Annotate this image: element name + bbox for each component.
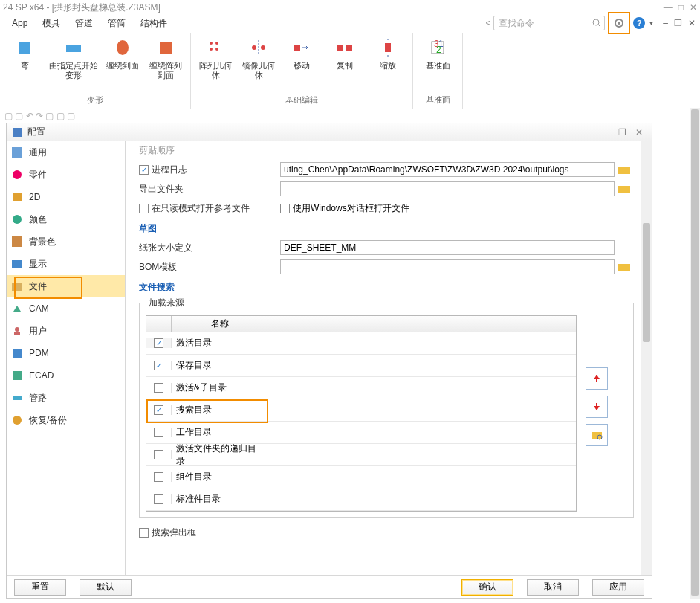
ribbon-scale[interactable]: 缩放 — [366, 34, 409, 82]
ribbon-copy[interactable]: 复制 — [323, 34, 366, 82]
row-checkbox[interactable] — [154, 383, 163, 393]
svg-line-1 — [598, 25, 600, 27]
mdi-minimize[interactable]: – — [661, 18, 670, 28]
row-progress-log: 进程日志 — [139, 160, 634, 179]
sidebar-item-general[interactable]: 通用 — [7, 141, 125, 164]
move-up-button[interactable] — [586, 367, 608, 390]
row-checkbox[interactable] — [154, 428, 163, 437]
ecad-icon — [11, 370, 23, 381]
load-source-group: 加载来源 名称 激活目录保存目录激活&子目录搜索目录工作目录激活文件夹的递归目录… — [139, 297, 634, 518]
sidebar-item-2d[interactable]: 2D — [7, 186, 125, 208]
table-row[interactable]: 工作目录 — [146, 422, 576, 444]
default-button[interactable]: 默认 — [80, 579, 132, 596]
sidebar-item-pdm[interactable]: PDM — [7, 342, 125, 364]
content-scrollbar[interactable] — [641, 141, 652, 575]
cancel-button[interactable]: 取消 — [527, 579, 579, 596]
sidebar-item-user[interactable]: 用户 — [7, 320, 125, 342]
menu-pipe[interactable]: 管道 — [68, 17, 100, 30]
mdi-controls: – ❐ ✕ — [661, 18, 697, 28]
readonly-checkbox[interactable] — [139, 204, 149, 213]
table-row[interactable]: 激活目录 — [146, 332, 576, 355]
ribbon-wrap-array[interactable]: 缠绕阵列到面 — [144, 34, 187, 82]
ribbon-move[interactable]: 移动 — [280, 34, 323, 82]
row-checkbox[interactable] — [154, 405, 163, 415]
table-row[interactable]: 激活文件夹的递归目录 — [146, 444, 576, 466]
menu-mold[interactable]: 模具 — [35, 17, 68, 30]
ribbon-bend[interactable]: 弯 — [3, 34, 46, 82]
row-label: 保存目录 — [172, 359, 268, 372]
row-checkbox[interactable] — [154, 494, 163, 504]
dropdown-icon[interactable]: ▼ — [648, 20, 654, 27]
bom-template-input[interactable] — [280, 259, 615, 274]
svg-rect-23 — [13, 128, 22, 137]
svg-rect-16 — [337, 45, 343, 51]
mdi-close[interactable]: ✕ — [687, 18, 697, 28]
row-checkbox[interactable] — [154, 361, 163, 370]
sidebar-item-ecad[interactable]: ECAD — [7, 364, 125, 387]
general-icon — [11, 146, 23, 158]
reset-button[interactable]: 重置 — [14, 579, 66, 596]
ribbon-deform-point[interactable]: 由指定点开始变形 — [46, 34, 101, 82]
pdm-icon — [11, 347, 23, 359]
row-label: 激活&子目录 — [172, 381, 268, 394]
svg-rect-24 — [12, 147, 22, 158]
row-checkbox[interactable] — [154, 338, 163, 348]
config-sidebar: 通用 零件 2D 颜色 背景色 显示 文件 CAM 用户 PDM ECAD 管路… — [7, 141, 126, 575]
export-path-input[interactable] — [280, 181, 615, 196]
folder-icon[interactable] — [618, 262, 630, 271]
sidebar-item-display[interactable]: 显示 — [7, 253, 125, 275]
log-checkbox[interactable] — [139, 165, 149, 175]
sidebar-item-bgcolor[interactable]: 背景色 — [7, 230, 125, 253]
help-button[interactable]: ? — [633, 17, 645, 29]
dialog-close-icon[interactable]: ✕ — [631, 127, 647, 138]
sidebar-item-piping[interactable]: 管路 — [7, 387, 125, 409]
sidebar-item-file[interactable]: 文件 — [7, 275, 125, 297]
piping-icon — [11, 392, 23, 404]
table-row[interactable]: 搜索目录 — [146, 399, 576, 422]
ribbon-datum-plane[interactable]: 312基准面 — [416, 34, 459, 72]
ok-button[interactable]: 确认 — [461, 579, 513, 596]
color-icon — [11, 213, 23, 225]
bgcolor-icon — [11, 236, 23, 248]
mdi-restore[interactable]: ❐ — [673, 18, 684, 28]
sidebar-item-color[interactable]: 颜色 — [7, 208, 125, 230]
row-checkbox[interactable] — [154, 472, 163, 482]
row-search-popup: 搜索弹出框 — [139, 523, 634, 542]
settings-button[interactable] — [608, 12, 630, 34]
table-row[interactable]: 激活&子目录 — [146, 377, 576, 399]
search-input[interactable]: 查找命令 — [493, 16, 605, 30]
menu-struct[interactable]: 结构件 — [133, 17, 175, 30]
svg-point-8 — [210, 42, 213, 45]
windlg-checkbox[interactable] — [280, 204, 290, 213]
table-row[interactable]: 标准件目录 — [146, 488, 576, 511]
folder-icon[interactable] — [618, 184, 630, 193]
apply-button[interactable]: 应用 — [592, 579, 644, 596]
log-path-input[interactable] — [280, 162, 615, 177]
folder-icon[interactable] — [618, 165, 630, 174]
table-row[interactable]: 保存目录 — [146, 355, 576, 377]
menu-tube[interactable]: 管筒 — [100, 17, 133, 30]
sidebar-item-backup[interactable]: 恢复/备份 — [7, 409, 125, 431]
source-table: 名称 激活目录保存目录激活&子目录搜索目录工作目录激活文件夹的递归目录组件目录标… — [146, 315, 577, 512]
maximize-icon[interactable]: □ — [678, 2, 684, 13]
ribbon-wrap-face[interactable]: 缠绕到面 — [101, 34, 144, 82]
close-icon[interactable]: ✕ — [690, 2, 697, 13]
search-popup-checkbox[interactable] — [139, 528, 149, 538]
dialog-restore-icon[interactable]: ❐ — [614, 127, 631, 138]
browse-button[interactable] — [586, 424, 608, 446]
table-header: 名称 — [146, 316, 576, 332]
row-checkbox[interactable] — [154, 450, 163, 459]
table-row[interactable]: 组件目录 — [146, 466, 576, 488]
paper-size-input[interactable] — [280, 240, 615, 255]
2d-icon — [11, 191, 23, 203]
ribbon-array-geom[interactable]: 阵列几何体 — [194, 34, 237, 82]
move-down-button[interactable] — [586, 396, 608, 418]
row-paper-size: 纸张大小定义 — [139, 238, 634, 257]
sidebar-item-cam[interactable]: CAM — [7, 297, 125, 320]
main-scrollbar[interactable] — [690, 108, 700, 599]
minimize-icon[interactable]: — — [664, 2, 673, 13]
history-back-icon[interactable]: < — [485, 18, 490, 28]
menu-app[interactable]: App — [4, 18, 35, 28]
ribbon-mirror-geom[interactable]: 镜像几何体 — [237, 34, 280, 82]
sidebar-item-part[interactable]: 零件 — [7, 164, 125, 186]
